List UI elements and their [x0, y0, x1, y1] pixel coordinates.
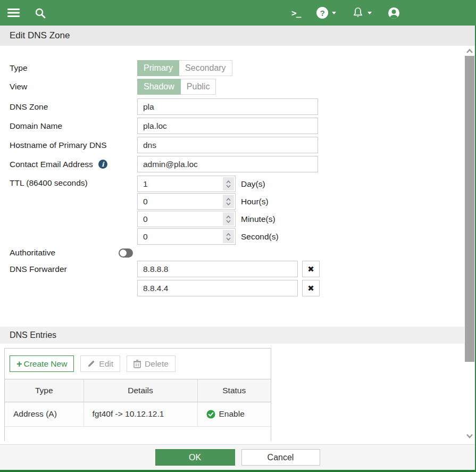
dns-entries-title: DNS Entries — [10, 330, 56, 340]
chevron-down-icon — [332, 12, 336, 14]
cell-status: Enable — [197, 402, 271, 426]
user-avatar-icon[interactable] — [388, 7, 400, 19]
ttl-seconds-row: Second(s) — [137, 228, 279, 245]
remove-forwarder-1-button[interactable]: ✖ — [302, 261, 320, 277]
column-header-details[interactable]: Details — [83, 379, 197, 402]
cell-details: fgt40f -> 10.12.12.1 — [83, 402, 197, 426]
dns-forwarder-input-1[interactable] — [137, 261, 298, 277]
ttl-minutes-input[interactable] — [137, 211, 236, 227]
authoritative-label: Authoritative — [10, 248, 119, 258]
cli-console-icon[interactable]: >_ — [291, 8, 300, 18]
form-footer: OK Cancel — [0, 444, 475, 470]
vertical-scrollbar — [464, 46, 475, 444]
domain-name-label: Domain Name — [10, 121, 137, 131]
x-icon: ✖ — [307, 264, 314, 274]
bottom-accent-bar — [0, 470, 476, 472]
dns-zone-input[interactable] — [137, 98, 318, 115]
contact-email-input[interactable] — [137, 156, 318, 172]
ttl-group: Day(s) Hour(s) Minute(s) Second(s) — [137, 176, 279, 245]
cell-type: Address (A) — [5, 402, 83, 426]
page-frame: Edit DNS Zone Type Primary Secondary Vie… — [0, 26, 476, 470]
edit-dns-zone-form: Type Primary Secondary View Shadow Publi… — [0, 46, 475, 444]
table-row[interactable]: Address (A) fgt40f -> 10.12.12.1 Enable — [5, 402, 271, 426]
ttl-minutes-unit: Minute(s) — [241, 214, 275, 224]
type-option-secondary[interactable]: Secondary — [179, 60, 232, 76]
ttl-hours-unit: Hour(s) — [241, 197, 269, 206]
domain-name-input[interactable] — [137, 118, 318, 134]
cancel-button[interactable]: Cancel — [241, 449, 320, 466]
view-label: View — [10, 82, 137, 92]
trash-icon — [133, 360, 141, 368]
help-icon: ? — [316, 7, 328, 19]
plus-icon: + — [16, 359, 22, 369]
hostname-primary-dns-input[interactable] — [137, 137, 318, 153]
dns-entries-section-bar: DNS Entries — [0, 327, 464, 344]
dns-entries-table: Type Details Status Address (A) fgt40f -… — [5, 379, 271, 427]
ttl-days-input[interactable] — [137, 176, 236, 192]
scrollbar-thumb[interactable] — [465, 56, 474, 362]
contact-email-row: Contact Email Address i — [0, 156, 475, 172]
dns-entries-toolbar: +Create New Edit Delete — [5, 349, 271, 379]
scroll-up-arrow[interactable] — [465, 47, 474, 56]
type-row: Type Primary Secondary — [0, 46, 475, 76]
ttl-hours-row: Hour(s) — [137, 193, 279, 210]
x-icon: ✖ — [307, 284, 314, 293]
ttl-hours-stepper[interactable] — [223, 195, 234, 208]
column-header-status[interactable]: Status — [197, 379, 271, 402]
view-segmented-control: Shadow Public — [137, 79, 216, 95]
edit-button[interactable]: Edit — [80, 355, 120, 372]
remove-forwarder-2-button[interactable]: ✖ — [302, 280, 320, 296]
hostname-primary-dns-row: Hostname of Primary DNS — [0, 137, 475, 153]
search-icon[interactable] — [35, 7, 46, 19]
ttl-minutes-row: Minute(s) — [137, 211, 279, 227]
enabled-check-icon — [206, 410, 215, 419]
dns-forwarder-input-2[interactable] — [137, 280, 298, 296]
ttl-minutes-stepper[interactable] — [223, 212, 234, 226]
bell-icon — [352, 7, 364, 19]
page-title-bar: Edit DNS Zone — [0, 26, 475, 46]
chevron-down-icon — [368, 12, 372, 14]
ttl-row: TTL (86400 seconds) Day(s) Hour(s) Minut… — [0, 176, 475, 245]
delete-button[interactable]: Delete — [127, 355, 176, 372]
create-new-button[interactable]: +Create New — [10, 355, 74, 372]
ttl-days-unit: Day(s) — [241, 179, 265, 189]
type-label: Type — [10, 63, 137, 73]
dns-entries-panel: +Create New Edit Delete Type Details — [4, 348, 271, 441]
dns-zone-label: DNS Zone — [10, 102, 137, 112]
ttl-seconds-unit: Second(s) — [241, 232, 279, 242]
ttl-days-row: Day(s) — [137, 176, 279, 192]
dns-zone-row: DNS Zone — [0, 98, 475, 115]
ttl-label: TTL (86400 seconds) — [10, 176, 137, 188]
scroll-down-arrow[interactable] — [465, 432, 474, 441]
toggle-knob — [120, 250, 127, 256]
ttl-seconds-stepper[interactable] — [223, 230, 234, 243]
notifications-menu-icon[interactable] — [352, 7, 372, 19]
view-row: View Shadow Public — [0, 79, 475, 95]
dns-forwarder-row-2: ✖ — [0, 280, 475, 296]
contact-email-label: Contact Email Address — [10, 160, 93, 169]
hostname-primary-dns-label: Hostname of Primary DNS — [10, 140, 137, 150]
ok-button[interactable]: OK — [155, 449, 235, 466]
table-header-row: Type Details Status — [5, 379, 271, 402]
info-icon[interactable]: i — [98, 160, 107, 169]
pencil-icon — [87, 360, 95, 368]
authoritative-row: Authoritative — [0, 248, 475, 258]
ttl-days-stepper[interactable] — [223, 177, 234, 191]
page-title: Edit DNS Zone — [10, 30, 70, 41]
view-option-shadow[interactable]: Shadow — [137, 79, 181, 95]
authoritative-toggle[interactable] — [119, 249, 133, 258]
type-option-primary[interactable]: Primary — [137, 60, 179, 76]
dns-forwarder-row-1: DNS Forwarder ✖ — [0, 261, 475, 277]
view-option-public[interactable]: Public — [181, 79, 216, 95]
status-badge: Enable — [219, 409, 245, 419]
ttl-hours-input[interactable] — [137, 193, 236, 210]
type-segmented-control: Primary Secondary — [137, 60, 232, 76]
help-menu-icon[interactable]: ? — [316, 7, 336, 19]
dns-forwarder-label: DNS Forwarder — [10, 264, 137, 274]
ttl-seconds-input[interactable] — [137, 228, 236, 245]
menu-hamburger-icon[interactable] — [7, 8, 20, 18]
top-navbar: >_ ? — [0, 0, 476, 26]
column-header-type[interactable]: Type — [5, 379, 83, 402]
domain-name-row: Domain Name — [0, 118, 475, 134]
